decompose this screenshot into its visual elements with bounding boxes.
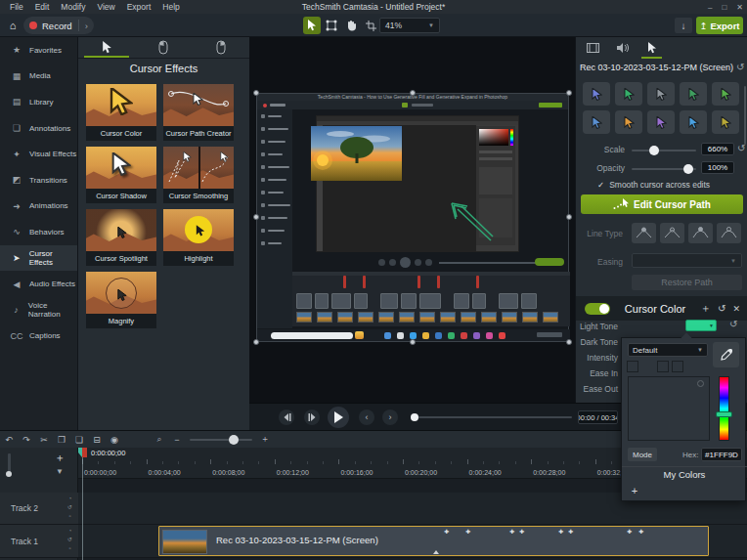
cursor-effect-marker-icon[interactable]: ✚	[519, 528, 524, 535]
resize-handle[interactable]	[410, 339, 416, 345]
add-track-button[interactable]: ＋	[51, 452, 68, 463]
line-type-button-2[interactable]	[660, 223, 684, 243]
sidebar-item-annotations[interactable]: ❏ Annotations	[0, 115, 77, 142]
hex-value-field[interactable]: #1FFF9D	[701, 448, 742, 461]
tab-audio-properties[interactable]	[609, 37, 636, 59]
cursor-style-tile[interactable]	[712, 110, 739, 134]
restore-path-button[interactable]: Restore Path	[632, 275, 742, 290]
swatch-olive[interactable]	[672, 361, 683, 372]
scrubber-track[interactable]	[414, 416, 572, 418]
sidebar-item-visual-effects[interactable]: ✦ Visual Effects	[0, 141, 77, 167]
maximize-icon[interactable]: □	[722, 3, 726, 12]
copy-icon[interactable]: ❐	[53, 435, 70, 445]
tab-media-properties[interactable]	[580, 37, 606, 59]
cursor-style-tile[interactable]	[615, 82, 642, 106]
timeline-zoom-slider[interactable]	[190, 439, 252, 441]
add-icon[interactable]: ＋	[700, 301, 711, 316]
record-button[interactable]: Record ›	[23, 17, 94, 34]
opacity-value[interactable]: 100%	[701, 161, 734, 174]
playhead[interactable]	[78, 448, 88, 457]
cursor-style-tile[interactable]	[647, 110, 675, 134]
cursor-color-toggle[interactable]	[585, 303, 610, 315]
sidebar-item-captions[interactable]: CC Captions	[0, 323, 77, 350]
undo-icon[interactable]: ↶	[0, 435, 18, 445]
track-1-lane[interactable]: Rec 03-10-2023-03-15-12-PM (Screen) ✚✚✚✚…	[78, 525, 747, 558]
cursor-style-tile[interactable]	[680, 110, 707, 134]
sidebar-item-cursor-effects[interactable]: ➤ Cursor Effects	[0, 245, 77, 272]
previous-marker-button[interactable]: ‹	[359, 409, 374, 425]
resize-handle[interactable]	[253, 339, 259, 345]
close-icon[interactable]: ✕	[736, 3, 743, 12]
sidebar-item-favorites[interactable]: ★ Favorites	[0, 37, 77, 64]
cut-icon[interactable]: ✂	[35, 435, 53, 445]
line-type-button-4[interactable]	[717, 223, 741, 243]
cursor-style-tile[interactable]	[583, 110, 610, 134]
hue-slider-handle[interactable]	[716, 411, 732, 417]
add-color-button[interactable]: +	[628, 484, 641, 497]
timeline-zoom-icon[interactable]: ⌕	[151, 434, 168, 445]
cursor-style-tile[interactable]	[647, 82, 675, 106]
light-tone-color-swatch[interactable]: ▼	[685, 320, 717, 331]
line-type-button-1[interactable]	[632, 223, 656, 243]
tab-mouse-right-click[interactable]	[193, 37, 249, 58]
resize-handle[interactable]	[253, 214, 259, 220]
sidebar-item-transitions[interactable]: ◩ Transitions	[0, 167, 77, 194]
selection-tool-button[interactable]	[303, 17, 321, 34]
screen-recording-clip[interactable]: Rec 03-10-2023-03-15-12-PM (Screen) ✚✚✚✚…	[158, 526, 709, 556]
sidebar-item-voice-narration[interactable]: ♪ Voice Narration	[0, 297, 77, 323]
track-lock-icon[interactable]: ▫	[67, 512, 72, 521]
effect-cursor-shadow[interactable]: Cursor Shadow	[86, 147, 156, 203]
scrollbar[interactable]	[744, 86, 746, 145]
smooth-cursor-checkbox[interactable]: ✓ Smooth cursor across edits	[597, 180, 710, 190]
track-header-2[interactable]: Track 2 ◔↺▫	[0, 493, 78, 525]
tab-cursor-arrow[interactable]	[78, 37, 135, 58]
resize-handle[interactable]	[410, 90, 416, 96]
cursor-style-tile[interactable]	[712, 82, 739, 106]
color-cursor[interactable]	[697, 380, 704, 387]
cursor-effect-marker-icon[interactable]: ✚	[558, 528, 563, 535]
redo-icon[interactable]: ↷	[18, 435, 35, 445]
light-tone-reset-icon[interactable]: ↺	[729, 319, 737, 329]
step-forward-button[interactable]	[304, 409, 320, 425]
export-button[interactable]: ↥ Export	[696, 17, 743, 34]
zoom-out-button[interactable]: −	[168, 435, 186, 445]
hue-slider[interactable]	[719, 376, 729, 441]
download-icon[interactable]: ↓	[675, 18, 692, 33]
sidebar-item-behaviors[interactable]: ∿ Behaviors	[0, 219, 77, 245]
paste-icon[interactable]: ❏	[70, 435, 88, 445]
sidebar-item-library[interactable]: ▤ Library	[0, 89, 77, 115]
mode-button[interactable]: Mode	[628, 448, 657, 461]
record-chevron-icon[interactable]: ›	[85, 21, 88, 31]
track-loop-icon[interactable]: ↺	[67, 536, 72, 544]
camera-icon[interactable]: ◉	[106, 435, 123, 445]
pan-hand-tool-button[interactable]	[342, 17, 360, 34]
clip-keyframe-flag[interactable]	[433, 550, 439, 554]
play-button[interactable]	[328, 407, 349, 428]
reset-icon[interactable]: ↺	[718, 303, 725, 314]
crop-tool-button[interactable]	[362, 17, 379, 34]
zoom-level-select[interactable]: 41% ▼	[379, 18, 440, 33]
swatch-gray[interactable]	[657, 361, 669, 372]
step-backward-button[interactable]	[279, 409, 294, 425]
home-icon[interactable]: ⌂	[5, 18, 21, 33]
minimize-icon[interactable]: –	[708, 3, 712, 12]
cursor-effect-marker-icon[interactable]: ✚	[568, 528, 573, 535]
track-visibility-icon[interactable]: ◔	[67, 495, 72, 503]
resize-handle[interactable]	[566, 339, 572, 345]
effect-cursor-color[interactable]: Cursor Color	[86, 84, 156, 141]
collapse-tracks-icon[interactable]: ▼	[51, 465, 68, 477]
playhead-line[interactable]	[82, 457, 83, 560]
next-marker-button[interactable]: ›	[382, 409, 398, 425]
preset-dropdown[interactable]: Default ▼	[628, 343, 708, 357]
cursor-effect-marker-icon[interactable]: ✚	[509, 528, 514, 535]
swatch-white[interactable]	[627, 361, 638, 372]
effect-cursor-smoothing[interactable]: Cursor Smoothing	[163, 147, 234, 203]
cursor-style-tile[interactable]	[615, 110, 642, 134]
track-visibility-icon[interactable]: ◔	[67, 527, 72, 536]
scale-slider[interactable]	[632, 150, 696, 151]
eyedropper-button[interactable]	[713, 342, 739, 367]
effect-cursor-spotlight[interactable]: Cursor Spotlight	[86, 209, 156, 266]
split-icon[interactable]: ⊟	[88, 435, 106, 445]
sidebar-item-animations[interactable]: ➜ Animations	[0, 194, 77, 220]
zoom-in-button[interactable]: ＋	[256, 433, 274, 446]
